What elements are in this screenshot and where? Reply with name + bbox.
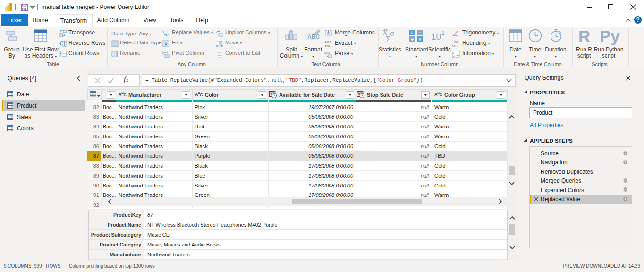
svg-text:+: + [410,30,413,35]
svg-text:3: 3 [453,54,455,57]
svg-text:ABC: ABC [307,34,320,40]
svg-text:ABC: ABC [324,41,331,44]
svg-text:10: 10 [431,32,441,42]
svg-text:1: 1 [59,51,61,54]
svg-text:2: 2 [441,30,445,36]
svg-text:÷: ÷ [411,36,414,42]
svg-text:−: − [418,30,421,35]
svg-text:abc: abc [324,51,330,55]
svg-text:2: 2 [59,54,61,58]
svg-text:Σ: Σ [386,35,390,42]
svg-text:123: 123 [324,44,330,48]
svg-text:1: 1 [162,30,164,34]
svg-text:1: 1 [453,51,455,54]
svg-text:1: 1 [115,42,118,46]
svg-text:.0: .0 [456,44,458,48]
svg-text:.00: .00 [453,41,458,44]
svg-text:×: × [418,36,421,42]
